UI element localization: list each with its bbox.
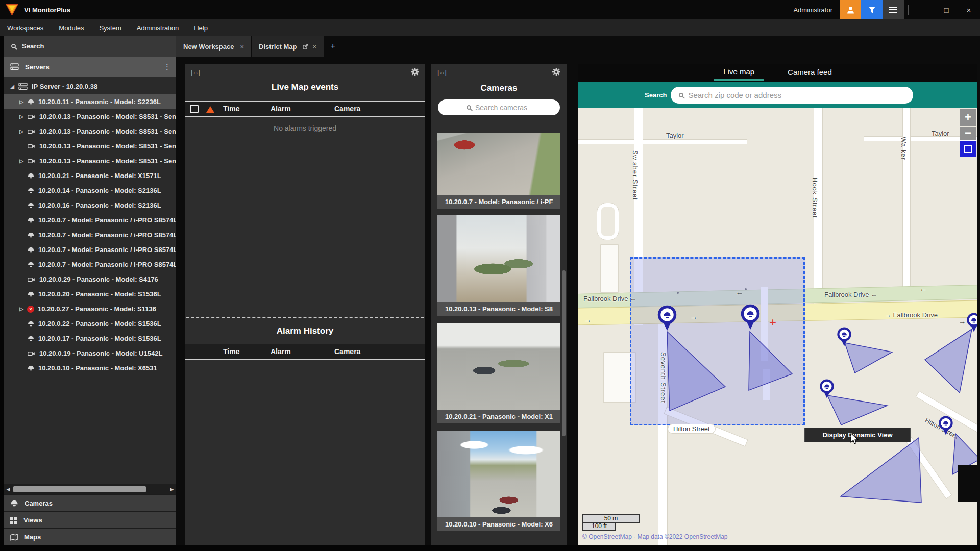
camera-map-pin[interactable]	[966, 313, 977, 335]
tree-item-camera[interactable]: ▷ 10.20.0.13 - Panasonic - Model: S8531 …	[4, 124, 176, 139]
popout-icon[interactable]	[303, 44, 308, 49]
close-tab-icon[interactable]: ×	[240, 43, 244, 51]
camera-card[interactable]: 10.20.0.7 - Model: Panasonic / i-PF	[437, 133, 560, 209]
tree-item-camera[interactable]: 10.20.0.22 - Panasonic - Model: S1536L	[4, 316, 176, 331]
expand-arrow-icon[interactable]: ▷	[17, 129, 26, 134]
map-selection-rectangle[interactable]	[630, 257, 805, 425]
gear-icon[interactable]	[411, 68, 419, 76]
search-icon	[679, 93, 683, 97]
tab-camera-feed[interactable]: Camera feed	[778, 66, 841, 80]
menu-help[interactable]: Help	[194, 24, 208, 32]
sidebar-search[interactable]: Search	[4, 36, 176, 57]
camera-card[interactable]: 10.20.0.21 - Panasonic - Model: X1	[437, 323, 560, 423]
scroll-right-icon[interactable]: ▶	[168, 484, 176, 494]
tree-item-camera[interactable]: 10.20.0.21 - Panasonic - Model: X1571L	[4, 168, 176, 183]
close-button[interactable]: ×	[958, 0, 980, 19]
street-label-hilton: Hilton Street	[668, 424, 715, 433]
menu-modules[interactable]: Modules	[59, 24, 84, 32]
minimize-button[interactable]: –	[913, 0, 935, 19]
expand-arrow-icon[interactable]: ▷	[17, 114, 26, 119]
tab-live-map[interactable]: Live map	[714, 65, 764, 81]
sidebar-item-cameras[interactable]: Cameras	[4, 494, 176, 511]
box-select-tool-button[interactable]	[960, 141, 976, 157]
scrollbar-thumb[interactable]	[13, 486, 146, 492]
map-view-tabs: Live map Camera feed	[578, 64, 977, 82]
tree-item-camera-error[interactable]: ▷ × 10.20.0.27 - Panasonic - Model: S113…	[4, 302, 176, 316]
camera-map-pin[interactable]	[837, 327, 852, 349]
select-all-checkbox[interactable]	[190, 105, 199, 113]
user-account-button[interactable]	[840, 0, 861, 19]
expand-arrow-icon[interactable]: ▷	[17, 99, 26, 105]
tree-item-camera[interactable]: 10.20.0.20 - Panasonic - Model: S1536L	[4, 287, 176, 302]
menu-system[interactable]: System	[99, 24, 121, 32]
camera-thumbnail[interactable]	[437, 323, 560, 410]
tab-district-map[interactable]: District Map ×	[252, 36, 324, 57]
tree-item-camera[interactable]: ▷ 10.20.0.11 - Panasonic - Model: S2236L	[4, 94, 176, 109]
road-direction-arrow-icon: →	[958, 317, 966, 325]
camera-search-input[interactable]	[475, 104, 552, 112]
menu-administration[interactable]: Administration	[137, 24, 179, 32]
tree-item-label: 10.20.0.22 - Panasonic - Model: S1536L	[38, 320, 161, 328]
footer-label: Cameras	[24, 499, 53, 507]
panel-split-handle[interactable]	[186, 317, 424, 318]
scroll-left-icon[interactable]: ◀	[4, 484, 12, 494]
add-tab-button[interactable]: +	[324, 36, 341, 57]
zoom-out-button[interactable]: −	[960, 127, 976, 140]
maximize-button[interactable]: □	[935, 0, 958, 19]
map-search-box[interactable]	[671, 87, 913, 104]
camera-view-cone[interactable]	[925, 329, 972, 393]
tree-item-camera[interactable]: 10.20.0.14 - Panasonic - Model: S2136L	[4, 183, 176, 198]
tree-item-camera[interactable]: 10.20.0.10 - Panasonic - Model: X6531	[4, 361, 176, 375]
search-icon	[11, 44, 16, 48]
tree-item-camera[interactable]: 10.20.0.7 - Model: Panasonic / i-PRO S85…	[4, 228, 176, 242]
camera-view-cone[interactable]	[827, 395, 887, 425]
camera-map-pin[interactable]	[657, 305, 677, 334]
sidebar-item-views[interactable]: Views	[4, 511, 176, 528]
kebab-menu-icon[interactable]: ⋮	[163, 62, 171, 71]
camera-thumbnail[interactable]	[437, 133, 560, 195]
tree-item-camera[interactable]: 10.20.0.7 - Model: Panasonic / i-PRO S85…	[4, 213, 176, 228]
filter-button[interactable]	[861, 0, 883, 19]
tree-item-camera[interactable]: ▷ 10.20.0.13 - Panasonic - Model: S8531 …	[4, 109, 176, 124]
tree-item-camera[interactable]: 10.20.0.13 - Panasonic - Model: S8531 - …	[4, 139, 176, 154]
camera-thumbnail[interactable]	[437, 215, 560, 302]
camera-map-pin[interactable]	[740, 304, 761, 333]
resize-handle-icon[interactable]: |↔|	[437, 68, 446, 76]
sidebar-item-maps[interactable]: Maps	[4, 528, 176, 545]
gear-icon[interactable]	[552, 68, 560, 76]
camera-map-pin[interactable]	[938, 416, 953, 438]
camera-view-cone[interactable]	[841, 438, 921, 503]
cameras-scrollbar[interactable]	[562, 270, 566, 436]
sidebar-servers-header[interactable]: Servers ⋮	[4, 57, 176, 77]
zoom-in-button[interactable]: +	[960, 109, 976, 126]
expand-arrow-icon[interactable]: ▷	[17, 158, 26, 164]
tree-item-camera[interactable]: 10.20.0.16 - Panasonic - Model: S2136L	[4, 198, 176, 213]
alarm-history-title: Alarm History	[185, 326, 425, 336]
logged-in-user: Administrator	[793, 6, 832, 14]
map-search-input[interactable]	[688, 91, 882, 99]
resize-handle-icon[interactable]: |↔|	[191, 68, 200, 76]
tree-item-camera[interactable]: ▷ 10.20.0.13 - Panasonic - Model: S8531 …	[4, 154, 176, 168]
tree-item-camera[interactable]: 10.20.0.17 - Panasonic - Model: S1536L	[4, 331, 176, 346]
menu-workspaces[interactable]: Workspaces	[7, 24, 43, 32]
tree-item-camera[interactable]: 10.20.0.19 - Panasonic - Model: U1542L	[4, 346, 176, 361]
main-menu-button[interactable]	[883, 0, 904, 19]
map-viewport[interactable]: Taylor Taylor Swisher Street Hook Street…	[578, 108, 977, 545]
tab-new-workspace[interactable]: New Workspace ×	[176, 36, 251, 57]
sidebar-horizontal-scrollbar[interactable]: ◀ ▶	[4, 484, 176, 494]
expand-arrow-icon[interactable]: ▷	[17, 306, 26, 312]
camera-search-box[interactable]	[438, 99, 560, 115]
road-direction-arrow-icon: →	[583, 315, 592, 324]
tree-item-camera[interactable]: 10.20.0.7 - Model: Panasonic / i-PRO S85…	[4, 257, 176, 272]
camera-card[interactable]: 10.20.0.13 - Panasonic - Model: S8	[437, 215, 560, 316]
tree-item-ip-server[interactable]: ◢ IP Server - 10.20.0.38	[4, 79, 176, 94]
tree-item-camera[interactable]: 10.20.0.7 - Model: Panasonic / i-PRO S85…	[4, 242, 176, 257]
tree-item-camera[interactable]: 10.20.0.29 - Panasonic - Model: S4176	[4, 272, 176, 287]
camera-card[interactable]: 10.20.0.10 - Panasonic - Model: X6	[437, 431, 560, 531]
dome-camera-icon	[28, 232, 34, 238]
camera-map-pin[interactable]	[819, 379, 835, 401]
collapse-arrow-icon[interactable]: ◢	[8, 84, 16, 89]
tree-item-label: 10.20.0.14 - Panasonic - Model: S2136L	[38, 187, 161, 194]
camera-thumbnail[interactable]	[437, 431, 560, 517]
close-tab-icon[interactable]: ×	[312, 43, 316, 51]
